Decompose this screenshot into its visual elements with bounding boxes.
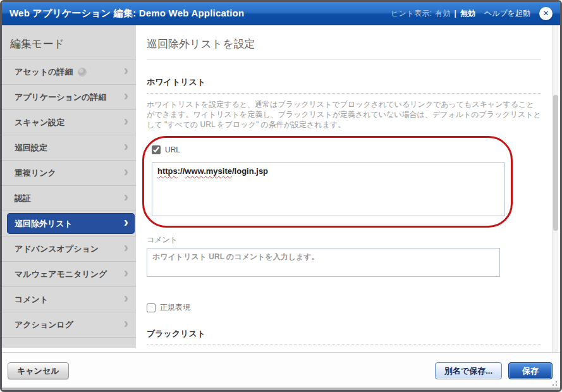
sidebar-item-label: アドバンスオプション bbox=[15, 243, 99, 255]
edit-web-application-dialog: Web アプリケーション 編集: Demo Web Application ヒン… bbox=[0, 0, 562, 392]
chevron-right-icon: › bbox=[124, 190, 128, 204]
edit-mode-sidebar: 編集モード アセットの詳細 › アプリケーションの詳細 › スキャン設定 › 巡… bbox=[2, 25, 136, 348]
regex-checkbox-label: 正規表現 bbox=[160, 302, 190, 313]
sidebar-item-advanced-options[interactable]: アドバンスオプション › bbox=[2, 236, 136, 262]
whitelist-heading: ホワイトリスト bbox=[147, 77, 541, 94]
url-checkbox-label: URL bbox=[165, 145, 180, 154]
sidebar-item-label: 巡回除外リスト bbox=[15, 218, 73, 230]
sidebar-item-comments[interactable]: コメント › bbox=[2, 287, 136, 312]
chevron-right-icon: › bbox=[124, 114, 128, 128]
sidebar-item-label: 巡回設定 bbox=[15, 142, 47, 154]
sidebar-item-label: アセットの詳細 bbox=[15, 66, 73, 78]
sidebar-item-scan-settings[interactable]: スキャン設定 › bbox=[2, 110, 136, 135]
chevron-right-icon: › bbox=[124, 216, 128, 230]
close-icon[interactable]: ✕ bbox=[539, 7, 553, 20]
regex-checkbox-row: 正規表現 bbox=[147, 302, 541, 313]
whitelist-url-textarea[interactable]: https://www.mysite/login.jsp bbox=[152, 162, 505, 216]
sidebar-item-crawl-settings[interactable]: 巡回設定 › bbox=[2, 135, 136, 161]
hint-enable-link[interactable]: 有効 bbox=[436, 8, 451, 19]
sidebar-item-label: アクションログ bbox=[15, 319, 73, 331]
whitelist-description: ホワイトリストを設定すると、通常はブラックリストでブロックされているリンクであっ… bbox=[147, 99, 541, 130]
save-as-button[interactable]: 別名で保存... bbox=[435, 362, 502, 379]
dialog-titlebar: Web アプリケーション 編集: Demo Web Application ヒン… bbox=[2, 2, 560, 25]
url-host-text: www.mysite bbox=[185, 166, 232, 176]
resize-grip[interactable] bbox=[552, 381, 558, 386]
dialog-footer: キャンセル 別名で保存... 保存 bbox=[2, 352, 560, 390]
sidebar-item-action-log[interactable]: アクションログ › bbox=[2, 312, 136, 338]
hint-toggle-group: ヒント表示: 有効 | 無効 ヘルプを起動 bbox=[391, 8, 530, 19]
chevron-right-icon: › bbox=[124, 165, 128, 179]
sidebar-selected-wrapper: 巡回除外リスト › bbox=[2, 213, 136, 236]
hint-separator: | bbox=[455, 9, 456, 18]
dialog-title: Web アプリケーション 編集: Demo Web Application bbox=[9, 8, 244, 20]
scrollbar-thumb[interactable] bbox=[553, 95, 558, 231]
chevron-right-icon: › bbox=[124, 291, 128, 305]
title-divider bbox=[147, 59, 541, 59]
page-title: 巡回除外リストを設定 bbox=[147, 37, 541, 51]
sidebar-item-label: 重複リンク bbox=[15, 168, 56, 179]
globe-icon bbox=[78, 68, 87, 77]
sidebar-item-label: アプリケーションの詳細 bbox=[15, 92, 106, 103]
launch-help-link[interactable]: ヘルプを起動 bbox=[484, 8, 530, 19]
url-checkbox-row: URL bbox=[152, 145, 511, 154]
sidebar-item-label: スキャン設定 bbox=[15, 117, 64, 128]
sidebar-item-authentication[interactable]: 認証 › bbox=[2, 186, 136, 211]
comment-textarea[interactable] bbox=[147, 248, 500, 277]
cancel-button[interactable]: キャンセル bbox=[8, 362, 69, 379]
hint-display-label: ヒント表示: bbox=[391, 8, 431, 19]
vertical-scrollbar[interactable] bbox=[552, 25, 558, 352]
hint-disable-link[interactable]: 無効 bbox=[460, 8, 475, 19]
chevron-right-icon: › bbox=[124, 140, 128, 154]
url-separator-text: :// bbox=[178, 166, 185, 176]
annotation-red-oval: URL https://www.mysite/login.jsp bbox=[142, 136, 513, 228]
sidebar-item-duplicate-links[interactable]: 重複リンク › bbox=[2, 161, 136, 186]
save-button[interactable]: 保存 bbox=[508, 362, 553, 379]
url-scheme-text: https bbox=[157, 166, 178, 176]
chevron-right-icon: › bbox=[124, 241, 128, 255]
url-checkbox[interactable] bbox=[152, 145, 161, 154]
sidebar-item-label: コメント bbox=[15, 294, 48, 305]
chevron-right-icon: › bbox=[124, 89, 128, 103]
sidebar-item-malware-monitoring[interactable]: マルウェアモニタリング › bbox=[2, 262, 136, 287]
blacklist-heading: ブラックリスト bbox=[147, 328, 541, 345]
sidebar-title: 編集モード bbox=[2, 30, 136, 59]
chevron-right-icon: › bbox=[124, 64, 128, 78]
sidebar-item-crawl-exclusion-list[interactable]: 巡回除外リスト › bbox=[7, 213, 135, 234]
sidebar-item-application-details[interactable]: アプリケーションの詳細 › bbox=[2, 85, 136, 110]
comment-label: コメント bbox=[147, 235, 541, 245]
url-path-text: /login.jsp bbox=[232, 166, 268, 176]
chevron-right-icon: › bbox=[124, 266, 128, 280]
sidebar-item-label: 認証 bbox=[15, 193, 31, 204]
dialog-body: 編集モード アセットの詳細 › アプリケーションの詳細 › スキャン設定 › 巡… bbox=[2, 25, 560, 352]
chevron-right-icon: › bbox=[124, 317, 128, 331]
regex-checkbox[interactable] bbox=[147, 303, 156, 312]
sidebar-item-label: マルウェアモニタリング bbox=[15, 269, 107, 280]
crawl-exclusion-content: 巡回除外リストを設定 ホワイトリスト ホワイトリストを設定すると、通常はブラック… bbox=[136, 25, 560, 352]
sidebar-item-asset-details[interactable]: アセットの詳細 › bbox=[2, 59, 136, 85]
